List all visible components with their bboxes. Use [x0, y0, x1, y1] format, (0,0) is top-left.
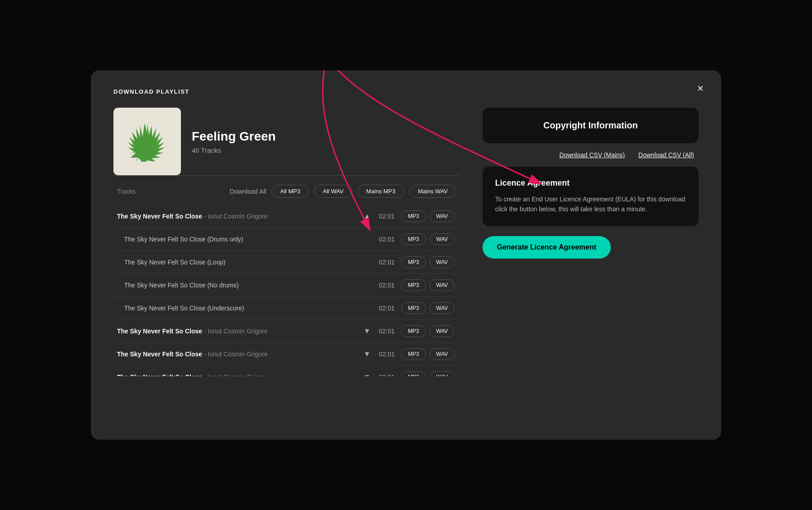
track-format-buttons: MP3 WAV [401, 371, 455, 376]
track-format-buttons: MP3 WAV [401, 279, 455, 291]
download-csv-all-button[interactable]: Download CSV (All) [638, 151, 694, 159]
copyright-button[interactable]: Copyright Information [483, 108, 699, 143]
download-csv-mains-button[interactable]: Download CSV (Mains) [559, 151, 625, 159]
track-duration: 02:01 [378, 351, 396, 358]
subtrack-name: The Sky Never Felt So Close (Loop) [124, 259, 372, 266]
download-all-section: Download All All MP3 All WAV Mains MP3 M… [230, 185, 456, 198]
album-art [113, 108, 181, 175]
track-duration: 02:01 [378, 282, 396, 289]
licence-description: To create an End User Licence Agreement … [495, 194, 686, 214]
all-mp3-button[interactable]: All MP3 [271, 185, 309, 198]
track-mp3-button[interactable]: MP3 [401, 325, 426, 337]
table-row: The Sky Never Felt So Close - Ionut Cosm… [113, 205, 458, 228]
track-format-buttons: MP3 WAV [401, 325, 455, 337]
tracks-label: Tracks [117, 188, 135, 195]
download-playlist-modal: × DOWNLOAD PLAYLIST Feeling Green 40 Tra… [91, 70, 721, 440]
expand-icon[interactable]: ▼ [361, 372, 372, 376]
licence-title: Licence Agreement [495, 178, 686, 188]
track-format-buttons: MP3 WAV [401, 348, 455, 360]
track-wav-button[interactable]: WAV [429, 210, 455, 222]
all-wav-button[interactable]: All WAV [314, 185, 352, 198]
playlist-details: Feeling Green 40 Tracks [192, 129, 276, 154]
track-format-buttons: MP3 WAV [401, 233, 455, 245]
main-layout: Feeling Green 40 Tracks Tracks Download … [113, 108, 699, 376]
table-row: The Sky Never Felt So Close (Drums only)… [113, 228, 458, 251]
table-row: The Sky Never Felt So Close - Ionut Cosm… [113, 320, 458, 343]
svg-marker-0 [128, 123, 165, 162]
track-mp3-button[interactable]: MP3 [401, 302, 426, 314]
table-row: The Sky Never Felt So Close (No drums) 0… [113, 274, 458, 297]
track-wav-button[interactable]: WAV [429, 348, 455, 360]
right-panel: Copyright Information Download CSV (Main… [483, 108, 699, 376]
left-column: Feeling Green 40 Tracks Tracks Download … [113, 108, 460, 376]
mains-wav-button[interactable]: Mains WAV [410, 185, 456, 198]
track-wav-button[interactable]: WAV [429, 302, 455, 314]
modal-title: DOWNLOAD PLAYLIST [113, 88, 699, 95]
track-duration: 02:01 [378, 236, 396, 243]
expand-icon[interactable]: ▼ [361, 326, 372, 337]
track-name: The Sky Never Felt So Close - Ionut Cosm… [117, 328, 356, 335]
track-wav-button[interactable]: WAV [429, 256, 455, 268]
download-all-label: Download All [230, 188, 266, 195]
tracks-header: Tracks Download All All MP3 All WAV Main… [113, 185, 460, 198]
subtrack-name: The Sky Never Felt So Close (Underscore) [124, 305, 372, 312]
generate-licence-button[interactable]: Generate Licence Agreement [483, 236, 611, 259]
track-name: The Sky Never Felt So Close - Ionut Cosm… [117, 213, 356, 220]
playlist-name: Feeling Green [192, 129, 276, 144]
subtrack-name: The Sky Never Felt So Close (No drums) [124, 282, 372, 289]
track-name: The Sky Never Felt So Close - Ionut Cosm… [117, 373, 356, 376]
table-row: The Sky Never Felt So Close - Ionut Cosm… [113, 343, 458, 366]
track-format-buttons: MP3 WAV [401, 256, 455, 268]
track-duration: 02:01 [378, 259, 396, 266]
track-artist: - Ionut Cosmin Grigore [204, 328, 268, 335]
track-wav-button[interactable]: WAV [429, 325, 455, 337]
tracks-count: 40 Tracks [192, 146, 276, 154]
track-name: The Sky Never Felt So Close - Ionut Cosm… [117, 351, 356, 358]
track-mp3-button[interactable]: MP3 [401, 256, 426, 268]
subtrack-name: The Sky Never Felt So Close (Drums only) [124, 236, 372, 243]
track-mp3-button[interactable]: MP3 [401, 210, 426, 222]
track-artist: - Ionut Cosmin Grigore [204, 373, 268, 376]
track-mp3-button[interactable]: MP3 [401, 279, 426, 291]
tracks-section: Tracks Download All All MP3 All WAV Main… [113, 175, 460, 376]
licence-box: Licence Agreement To create an End User … [483, 167, 699, 226]
track-duration: 02:01 [378, 328, 396, 335]
mains-mp3-button[interactable]: Mains MP3 [358, 185, 404, 198]
track-format-buttons: MP3 WAV [401, 302, 455, 314]
track-wav-button[interactable]: WAV [429, 233, 455, 245]
track-artist: - Ionut Cosmin Grigore [204, 351, 268, 358]
track-duration: 02:01 [378, 305, 396, 312]
track-mp3-button[interactable]: MP3 [401, 233, 426, 245]
table-row: The Sky Never Felt So Close - Ionut Cosm… [113, 366, 458, 376]
playlist-info: Feeling Green 40 Tracks [113, 108, 460, 175]
expand-icon[interactable]: ▼ [361, 349, 372, 360]
album-art-image [127, 121, 167, 162]
collapse-icon[interactable]: ▲ [361, 211, 372, 222]
track-wav-button[interactable]: WAV [429, 371, 455, 376]
track-mp3-button[interactable]: MP3 [401, 348, 426, 360]
track-duration: 02:01 [378, 213, 396, 220]
track-mp3-button[interactable]: MP3 [401, 371, 426, 376]
csv-links: Download CSV (Mains) Download CSV (All) [483, 151, 699, 159]
table-row: The Sky Never Felt So Close (Underscore)… [113, 297, 458, 320]
close-button[interactable]: × [692, 80, 708, 96]
track-format-buttons: MP3 WAV [401, 210, 455, 222]
track-duration: 02:01 [378, 373, 396, 376]
backdrop: × DOWNLOAD PLAYLIST Feeling Green 40 Tra… [0, 0, 812, 510]
track-wav-button[interactable]: WAV [429, 279, 455, 291]
track-artist: - Ionut Cosmin Grigore [204, 213, 268, 220]
table-row: The Sky Never Felt So Close (Loop) 02:01… [113, 251, 458, 274]
tracks-list: The Sky Never Felt So Close - Ionut Cosm… [113, 205, 460, 376]
